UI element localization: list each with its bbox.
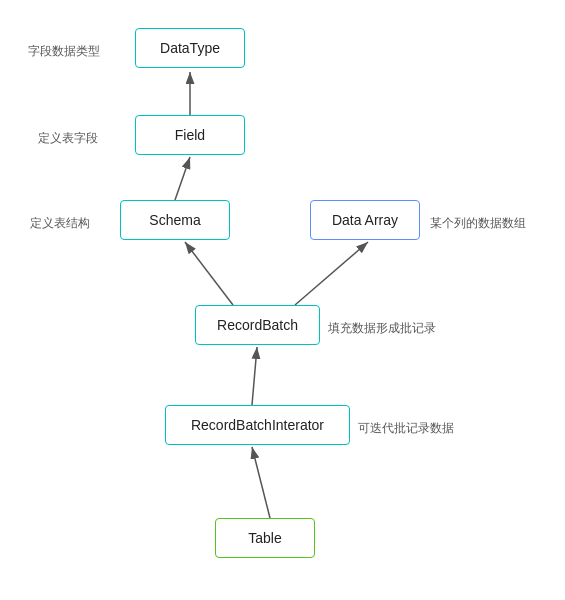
datatype-label: DataType — [160, 40, 220, 56]
recordbatchinterator-label: RecordBatchInterator — [191, 417, 324, 433]
recordbatch-label: RecordBatch — [217, 317, 298, 333]
schema-label: Schema — [149, 212, 200, 228]
table-label: Table — [248, 530, 281, 546]
schema-node: Schema — [120, 200, 230, 240]
diagram: DataType Field Schema Data Array RecordB… — [0, 0, 565, 600]
annotation-recordbatchinterator: 可迭代批记录数据 — [358, 420, 454, 437]
annotation-recordbatch: 填充数据形成批记录 — [328, 320, 436, 337]
svg-line-3 — [185, 242, 233, 305]
svg-line-2 — [175, 157, 190, 200]
recordbatchinterator-node: RecordBatchInterator — [165, 405, 350, 445]
svg-line-5 — [252, 347, 257, 405]
svg-line-6 — [252, 447, 270, 518]
svg-line-4 — [295, 242, 368, 305]
dataarray-node: Data Array — [310, 200, 420, 240]
annotation-field: 定义表字段 — [38, 130, 98, 147]
dataarray-label: Data Array — [332, 212, 398, 228]
annotation-schema: 定义表结构 — [30, 215, 90, 232]
datatype-node: DataType — [135, 28, 245, 68]
field-node: Field — [135, 115, 245, 155]
table-node: Table — [215, 518, 315, 558]
annotation-datatype: 字段数据类型 — [28, 43, 100, 60]
annotation-dataarray: 某个列的数据数组 — [430, 215, 526, 232]
field-label: Field — [175, 127, 205, 143]
recordbatch-node: RecordBatch — [195, 305, 320, 345]
